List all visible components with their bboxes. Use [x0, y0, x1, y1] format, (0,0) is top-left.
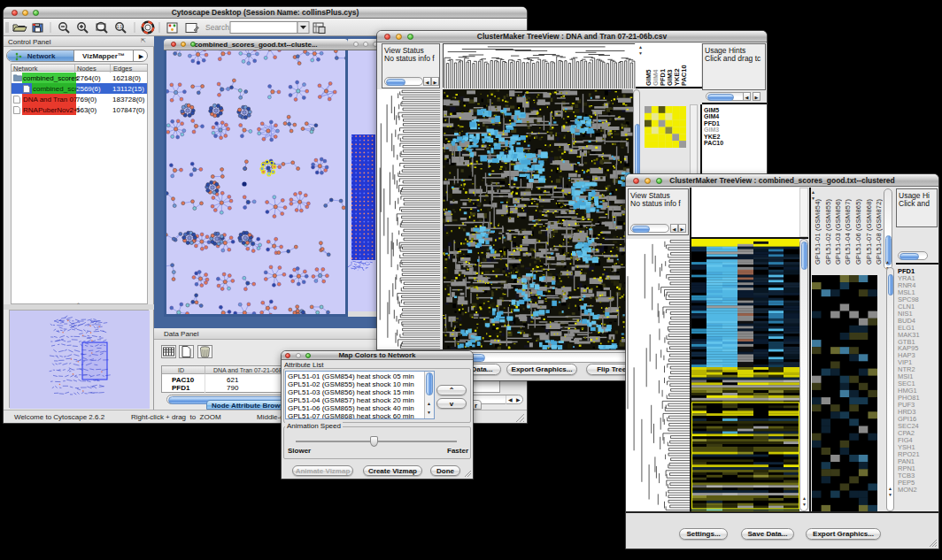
svg-text:Search:: Search:: [205, 23, 231, 32]
svg-text:1:1: 1:1: [117, 25, 123, 29]
